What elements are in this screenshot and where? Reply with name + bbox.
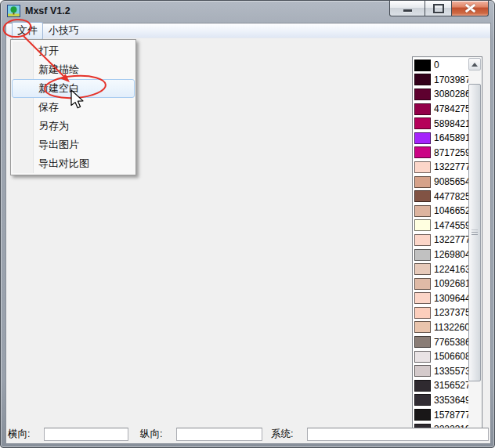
color-swatch bbox=[414, 234, 431, 246]
menubar-item-tips[interactable]: 小技巧 bbox=[43, 22, 85, 40]
color-swatch bbox=[414, 380, 431, 392]
legend-value: 4477825 bbox=[434, 191, 468, 202]
legend-value: 0 bbox=[434, 60, 439, 70]
status-field: 系统: bbox=[271, 425, 489, 443]
legend-rows: 0170398730802864784275589842116458917871… bbox=[414, 58, 468, 428]
status-field: 横向: bbox=[8, 425, 128, 443]
color-swatch bbox=[414, 190, 431, 202]
color-swatch bbox=[414, 74, 431, 85]
close-button[interactable] bbox=[451, 1, 489, 16]
title-bar[interactable]: Mxsf V1.2 bbox=[1, 1, 494, 23]
legend-row[interactable]: 10466525 bbox=[414, 204, 468, 219]
color-swatch bbox=[414, 321, 431, 333]
legend-row[interactable]: 4784275 bbox=[414, 102, 468, 117]
color-swatch bbox=[414, 292, 431, 304]
legend-value: 16458917 bbox=[434, 132, 468, 143]
menubar-item-file[interactable]: 文件 bbox=[12, 22, 43, 40]
menu-item[interactable]: 新建空白 bbox=[12, 79, 135, 98]
color-swatch bbox=[414, 205, 431, 217]
color-swatch bbox=[414, 249, 431, 261]
legend-value: 3080286 bbox=[434, 89, 468, 99]
status-input[interactable] bbox=[44, 428, 128, 441]
legend-row[interactable]: 13227772 bbox=[414, 233, 468, 247]
app-window: Mxsf V1.2 文件小技巧 打开新建描绘新建空白保存另存为导出图片导出对比图… bbox=[0, 0, 495, 448]
color-swatch bbox=[414, 103, 431, 115]
legend-row[interactable]: 1703987 bbox=[414, 73, 468, 88]
status-label: 横向: bbox=[8, 428, 30, 441]
legend-value: 13096444 bbox=[434, 293, 468, 304]
minimize-icon bbox=[403, 9, 412, 12]
legend-value: 12241639 bbox=[434, 264, 468, 275]
legend-row[interactable]: 3156527 bbox=[414, 378, 468, 393]
legend-row[interactable]: 5898421 bbox=[414, 116, 468, 131]
menu-item[interactable]: 打开 bbox=[12, 42, 135, 60]
legend-value: 8717259 bbox=[434, 147, 468, 158]
color-swatch bbox=[414, 161, 431, 173]
menu-bar: 文件小技巧 bbox=[6, 23, 490, 38]
legend-row[interactable]: 13355732 bbox=[414, 363, 468, 378]
color-swatch bbox=[414, 89, 431, 100]
legend-value: 10926815 bbox=[434, 278, 468, 289]
color-swatch bbox=[414, 263, 431, 275]
legend-row[interactable]: 13227772 bbox=[414, 160, 468, 175]
legend-value: 12373756 bbox=[434, 307, 468, 318]
legend-row[interactable]: 12373756 bbox=[414, 305, 468, 320]
minimize-button[interactable] bbox=[389, 1, 425, 16]
legend-row[interactable]: 9085654 bbox=[414, 175, 468, 190]
legend-row[interactable]: 11322601 bbox=[414, 320, 468, 335]
scrollbar-thumb[interactable] bbox=[468, 84, 481, 381]
menu-item[interactable]: 导出对比图 bbox=[12, 154, 135, 173]
legend-value: 14745599 bbox=[434, 220, 468, 231]
status-label: 系统: bbox=[271, 428, 293, 441]
file-menu: 打开新建描绘新建空白保存另存为导出图片导出对比图 bbox=[10, 39, 136, 175]
color-legend-listbox[interactable]: 0170398730802864784275589842116458917871… bbox=[412, 56, 482, 430]
legend-row[interactable]: 16458917 bbox=[414, 131, 468, 146]
legend-row[interactable]: 3353649 bbox=[414, 393, 468, 408]
legend-row[interactable]: 3080286 bbox=[414, 87, 468, 102]
maximize-button[interactable] bbox=[425, 1, 452, 16]
maximize-icon bbox=[433, 4, 444, 13]
legend-scrollbar[interactable] bbox=[468, 58, 481, 428]
legend-row[interactable]: 8717259 bbox=[414, 146, 468, 161]
client-area: 文件小技巧 打开新建描绘新建空白保存另存为导出图片导出对比图 017039873… bbox=[5, 23, 491, 444]
legend-row[interactable]: 4477825 bbox=[414, 189, 468, 204]
menu-item[interactable]: 导出图片 bbox=[12, 135, 135, 154]
legend-value: 13355732 bbox=[434, 366, 468, 377]
status-bar: 横向:纵向:系统: bbox=[6, 425, 490, 443]
legend-row[interactable]: 12698049 bbox=[414, 247, 468, 262]
color-swatch bbox=[414, 307, 431, 319]
legend-value: 13227772 bbox=[434, 234, 468, 245]
legend-value: 10466525 bbox=[434, 205, 468, 216]
legend-row[interactable]: 0 bbox=[414, 58, 468, 73]
legend-value: 1578777 bbox=[434, 410, 468, 421]
menu-item[interactable]: 新建描绘 bbox=[12, 60, 135, 79]
legend-value: 1703987 bbox=[434, 74, 468, 85]
legend-value: 13227772 bbox=[434, 161, 468, 172]
color-swatch bbox=[414, 219, 431, 231]
legend-row[interactable]: 7765386 bbox=[414, 334, 468, 349]
menu-item[interactable]: 另存为 bbox=[12, 117, 135, 135]
color-swatch bbox=[414, 394, 431, 406]
legend-value: 11322601 bbox=[434, 322, 468, 333]
legend-value: 4784275 bbox=[434, 103, 468, 114]
scroll-up-button[interactable] bbox=[468, 58, 481, 70]
legend-row[interactable]: 1578777 bbox=[414, 407, 468, 422]
menu-item[interactable]: 保存 bbox=[12, 98, 135, 117]
status-field: 纵向: bbox=[140, 425, 262, 443]
status-input[interactable] bbox=[307, 428, 489, 441]
app-tree-picture-icon bbox=[7, 5, 20, 17]
legend-row[interactable]: 12241639 bbox=[414, 262, 468, 276]
color-swatch bbox=[414, 365, 431, 377]
legend-row[interactable]: 14745599 bbox=[414, 219, 468, 233]
legend-value: 3353649 bbox=[434, 395, 468, 406]
color-swatch bbox=[414, 176, 431, 188]
legend-row[interactable]: 10926815 bbox=[414, 276, 468, 291]
status-input[interactable] bbox=[176, 428, 262, 441]
legend-value: 12698049 bbox=[434, 249, 468, 260]
color-swatch bbox=[414, 132, 431, 144]
close-icon bbox=[465, 4, 475, 13]
legend-row[interactable]: 15066089 bbox=[414, 349, 468, 364]
legend-row[interactable]: 13096444 bbox=[414, 291, 468, 306]
window-controls bbox=[390, 1, 489, 16]
legend-value: 15066089 bbox=[434, 351, 468, 362]
